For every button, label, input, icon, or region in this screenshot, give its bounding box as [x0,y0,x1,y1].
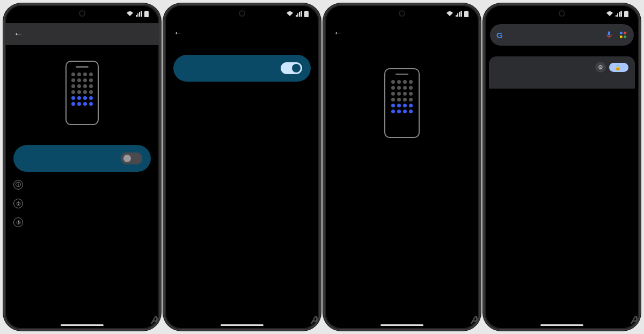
private-app-grid [489,78,635,89]
back-button[interactable]: ← [173,27,183,39]
private-settings-button[interactable]: ⚙ [595,62,606,72]
svg-rect-2 [304,11,309,17]
wifi-icon [606,11,613,17]
back-button[interactable]: ← [333,27,343,39]
svg-rect-1 [145,11,148,12]
lock-button[interactable]: 🔒 [609,63,628,72]
step-1: ⓘ [13,179,151,190]
info-icon: ⓘ [13,180,23,190]
home-indicator[interactable] [61,324,104,326]
svg-rect-4 [464,11,469,17]
svg-rect-10 [620,35,623,38]
battery-icon [624,11,628,17]
home-indicator[interactable] [221,324,264,326]
svg-rect-8 [620,32,623,34]
screen-hide-when-locked: ← ⓘ [3,3,161,331]
lens-icon[interactable] [619,31,627,39]
hero-illustration [333,55,471,151]
battery-icon [304,11,309,17]
step-3: ③ [13,217,151,227]
svg-rect-7 [625,11,627,12]
private-space-lock-row[interactable] [171,89,313,99]
svg-rect-11 [624,35,626,38]
private-space-lock-row[interactable] [331,159,473,169]
battery-icon [144,11,149,17]
wifi-icon [446,11,453,17]
screen-private-space-lock: ← A [163,3,321,331]
battery-icon [464,11,469,17]
hero-illustration [13,47,151,139]
device-lock-toggle-switch[interactable] [281,62,302,74]
camera-notch [399,10,405,17]
camera-notch [79,10,85,17]
svg-rect-3 [305,11,308,12]
search-bar[interactable]: G [490,24,634,46]
mini-phone-icon [65,61,99,125]
hide-toggle-card[interactable] [13,145,151,172]
wifi-icon [126,11,134,17]
mini-phone-icon [384,68,420,138]
face-fingerprint-row[interactable] [171,99,313,108]
device-lock-toggle-card[interactable] [173,55,311,82]
back-button[interactable]: ← [13,28,23,40]
lock-icon: 🔒 [614,64,621,70]
signal-icon [136,11,142,17]
page-header: ← [5,23,159,45]
wifi-icon [286,11,294,17]
signal-icon [456,11,462,17]
signal-icon [296,11,302,17]
google-logo-icon: G [496,31,503,40]
hide-toggle-switch[interactable] [121,153,142,164]
screen-private-space: ← [323,3,481,331]
home-indicator[interactable] [540,324,583,326]
step-2: ② [13,198,151,208]
signal-icon [616,11,622,17]
svg-rect-0 [144,11,149,17]
step-number-icon: ③ [13,217,23,227]
home-indicator[interactable] [380,324,423,326]
private-space-header: ⚙ 🔒 [489,56,635,78]
page-header: ← [325,23,479,45]
svg-rect-9 [624,32,626,34]
svg-rect-6 [624,11,628,17]
mic-icon[interactable] [605,31,613,39]
camera-notch [239,10,245,17]
delete-private-space-row[interactable] [331,184,473,192]
step-number-icon: ② [13,199,23,208]
svg-rect-5 [465,11,467,12]
camera-notch [559,10,565,17]
page-header: ← [165,23,319,45]
hide-when-locked-row[interactable] [331,169,473,178]
screen-app-drawer: G ⚙ 🔒 A [483,3,641,331]
